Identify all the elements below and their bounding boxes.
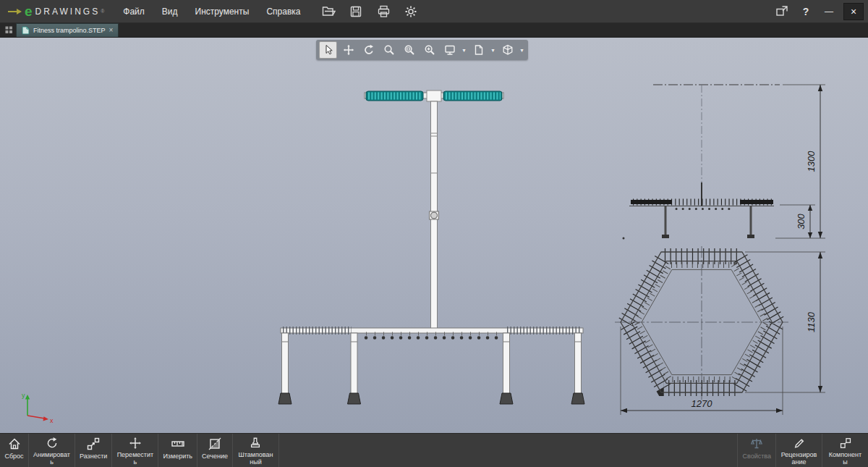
explode-icon [86, 437, 101, 451]
properties-scale-icon [749, 437, 764, 451]
handlebar-t-joint [427, 91, 441, 101]
triad-y-label: y [22, 392, 25, 399]
pan-tool-button[interactable] [339, 41, 357, 59]
tab-fitness-trampolino[interactable]: Fitness trampolino.STEP × [16, 23, 119, 37]
ruler-icon [171, 437, 185, 451]
triad-x-label: x [50, 417, 54, 424]
bottom-toolbar-spacer [279, 434, 738, 467]
dim-text-300: 300 [796, 213, 807, 229]
logo-reg-mark: ® [101, 9, 104, 14]
clamp-knob [431, 212, 438, 219]
export-window-icon [775, 5, 788, 17]
orientation-triad: x y [14, 390, 55, 424]
explode-button[interactable]: Разнести [75, 434, 112, 467]
menu-bar: Файл Вид Инструменты Справка [114, 0, 309, 23]
handlebar-grip-left [366, 91, 423, 101]
minimize-button[interactable]: — [820, 7, 838, 17]
logo-text: DRAWINGS [35, 7, 101, 17]
print-button[interactable] [374, 3, 393, 20]
measure-label: Измерить [163, 453, 192, 460]
close-button[interactable]: × [843, 3, 864, 20]
zoom-tool-button[interactable] [420, 41, 438, 59]
view-orientation-caret-icon[interactable]: ▾ [461, 47, 467, 54]
title-bar: e DRAWINGS ® Файл Вид Инструменты Справк… [0, 0, 868, 23]
open-folder-icon [322, 5, 336, 17]
review-button[interactable]: Рецензирование [775, 434, 822, 467]
zoom-area-tool-button[interactable] [400, 41, 418, 59]
components-icon [838, 437, 853, 450]
stamped-button[interactable]: Штампованный [233, 434, 279, 467]
stamped-label: Штампованный [237, 451, 274, 466]
zoom-fit-tool-button[interactable] [380, 41, 398, 59]
standard-views-button[interactable] [498, 41, 516, 59]
display-mode-caret-icon[interactable]: ▾ [490, 47, 496, 54]
options-button[interactable] [401, 3, 420, 20]
handlebar-grip-right [443, 91, 502, 101]
publish-button[interactable] [773, 3, 791, 20]
tab-list-icon[interactable] [3, 24, 14, 35]
measure-button[interactable]: Измерить [158, 434, 197, 467]
legs [282, 333, 582, 394]
grid-icon [5, 26, 13, 34]
tab-title: Fitness trampolino.STEP [33, 27, 106, 34]
dim-text-1270: 1270 [692, 398, 713, 409]
reset-button[interactable]: Сброс [0, 434, 29, 467]
properties-button[interactable]: Свойства [737, 434, 775, 467]
zoom-fit-icon [383, 44, 395, 56]
stamp-icon [248, 437, 263, 450]
save-button[interactable] [346, 3, 365, 20]
home-icon [7, 437, 22, 451]
section-label: Сечение [202, 453, 228, 460]
standard-views-caret-icon[interactable]: ▾ [519, 47, 525, 54]
components-button[interactable]: Компоненты [822, 434, 868, 467]
menu-file[interactable]: Файл [114, 0, 153, 23]
dim-text-1300: 1300 [806, 151, 817, 172]
select-tool-button[interactable] [319, 41, 337, 59]
rotate-arrows-icon [363, 44, 375, 56]
animate-button[interactable]: Анимировать [29, 434, 75, 467]
window-controls: ? — × [773, 3, 868, 20]
move-button[interactable]: Переместить [112, 434, 158, 467]
bottom-toolbar: Сброс Анимировать Разнести Переместить И… [0, 433, 868, 467]
move-icon [128, 437, 142, 450]
document-icon [22, 26, 30, 35]
menu-view[interactable]: Вид [153, 0, 187, 23]
dimension-300: 300 [780, 205, 815, 238]
open-file-button[interactable] [319, 3, 338, 20]
display-mode-button[interactable] [469, 41, 488, 59]
logo-e: e [25, 4, 33, 20]
pencil-icon [792, 437, 807, 450]
view-orientation-button[interactable] [441, 41, 459, 59]
edrawings-logo: e DRAWINGS ® [0, 0, 114, 23]
rotate-tool-button[interactable] [359, 41, 378, 59]
animate-label: Анимировать [33, 451, 70, 466]
cad-drawing: 1300 300 1130 [0, 38, 868, 433]
header-toolbar [319, 3, 420, 20]
reset-label: Сброс [4, 453, 23, 460]
leg-feet [278, 393, 584, 404]
animate-icon [45, 437, 59, 450]
cube-icon [502, 44, 514, 56]
save-floppy-icon [349, 5, 362, 18]
side-view-coil-right [740, 200, 773, 204]
menu-tools[interactable]: Инструменты [187, 0, 258, 23]
zoom-area-icon [404, 44, 415, 56]
review-label: Рецензирование [780, 451, 817, 466]
monitor-icon [444, 44, 456, 56]
menu-help[interactable]: Справка [258, 0, 309, 23]
properties-label: Свойства [742, 453, 771, 460]
sheet-icon [473, 44, 485, 56]
tab-close-icon[interactable]: × [109, 27, 114, 34]
logo-arrow-icon [7, 7, 23, 17]
pan-arrows-icon [343, 44, 354, 56]
section-button[interactable]: Сечение [197, 434, 233, 467]
tab-bar: Fitness trampolino.STEP × [0, 23, 868, 38]
move-label: Переместить [116, 451, 153, 466]
dim-text-1130: 1130 [806, 311, 817, 332]
components-label: Компоненты [827, 451, 864, 466]
help-button[interactable]: ? [797, 6, 814, 17]
view-toolbar: ▾ ▾ ▾ [316, 40, 528, 60]
zoom-in-icon [424, 44, 435, 56]
model-viewport[interactable]: 1300 300 1130 [0, 38, 868, 433]
gear-icon [404, 5, 417, 18]
